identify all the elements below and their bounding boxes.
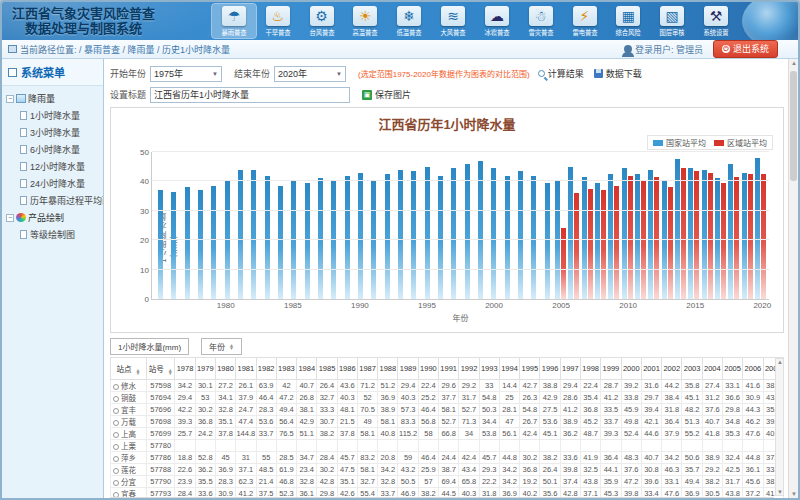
bar-national xyxy=(505,176,510,299)
scroll-down-icon[interactable]: ▼ xyxy=(777,489,783,495)
nav-item-11[interactable]: ▧图层审核 xyxy=(650,4,694,38)
table-horizontal-scrollbar[interactable] xyxy=(110,497,774,498)
tree-item[interactable]: 6小时降水量 xyxy=(4,141,101,158)
table-row[interactable]: 铜鼓5769429.45334.137.946.447.226.832.740.… xyxy=(111,392,784,404)
radio-button[interactable] xyxy=(113,444,119,450)
station-id-col-header[interactable]: 站号▲▼ xyxy=(147,358,175,380)
radio-button[interactable] xyxy=(113,456,119,462)
tree-item[interactable]: 1小时降水量 xyxy=(4,107,101,124)
sidebar: 系统菜单 −降雨量1小时降水量3小时降水量6小时降水量12小时降水量24小时降水… xyxy=(2,59,104,498)
save-image-button[interactable]: ▣ 保存图片 xyxy=(362,88,411,101)
nav-item-10[interactable]: ▦综合风险 xyxy=(606,4,650,38)
year-col-header[interactable]: 1978 xyxy=(175,358,195,380)
nav-item-7[interactable]: ☁冰雹普查 xyxy=(475,4,519,38)
nav-item-9[interactable]: ⚡雷电普查 xyxy=(563,4,607,38)
tree-item[interactable]: 历年暴雨过程平均雨量 xyxy=(4,192,101,209)
year-col-header[interactable]: 1984 xyxy=(297,358,317,380)
table-row[interactable]: 莲花5778822.636.236.937.148.561.923.430.24… xyxy=(111,464,784,476)
year-col-header[interactable]: 1985 xyxy=(317,358,337,380)
chart-title: 江西省历年1小时降水量 xyxy=(111,114,783,133)
year-col-header[interactable]: 1993 xyxy=(479,358,499,380)
table-vertical-scrollbar[interactable]: ▲ ▼ xyxy=(775,358,784,496)
calculate-button[interactable]: 计算结果 xyxy=(538,67,584,80)
nav-item-4[interactable]: ☀高温普查 xyxy=(343,4,387,38)
y-tick: 20 xyxy=(140,236,149,245)
year-col-header[interactable]: 1989 xyxy=(398,358,418,380)
sort-arrows-icon[interactable]: ▲▼ xyxy=(229,344,234,350)
radio-button[interactable] xyxy=(113,468,119,474)
radio-button[interactable] xyxy=(113,480,119,486)
year-col-header[interactable]: 1996 xyxy=(540,358,560,380)
chart-legend[interactable]: 国家站平均区域站平均 xyxy=(647,135,773,150)
scroll-up-icon[interactable]: ▲ xyxy=(777,359,783,365)
year-col-header[interactable]: 1990 xyxy=(418,358,438,380)
tree-item[interactable]: 3小时降水量 xyxy=(4,124,101,141)
year-col-header[interactable]: 1981 xyxy=(236,358,256,380)
nav-item-8[interactable]: ☃雪灾普查 xyxy=(519,4,563,38)
radio-button[interactable] xyxy=(113,396,119,402)
year-col-header[interactable]: 1991 xyxy=(439,358,459,380)
app-header: 江西省气象灾害风险普查 数据处理与制图系统 ☂暴雨普查♨干旱普查⚙台风普查☀高温… xyxy=(2,2,798,40)
year-col-header[interactable]: 1997 xyxy=(560,358,580,380)
tree-group-2[interactable]: −产品绘制 xyxy=(4,209,101,226)
year-sort-control[interactable]: 年份 ▲▼ xyxy=(201,338,242,355)
year-col-header[interactable]: 2002 xyxy=(662,358,682,380)
year-col-header[interactable]: 2005 xyxy=(722,358,742,380)
year-col-header[interactable]: 1994 xyxy=(499,358,519,380)
start-year-select[interactable]: 1975年▼ xyxy=(150,66,222,82)
bar-national xyxy=(305,183,310,299)
year-col-header[interactable]: 1988 xyxy=(378,358,398,380)
year-col-header[interactable]: 1979 xyxy=(195,358,215,380)
table-row[interactable]: 修水5759834.230.127.226.163.94240.726.443.… xyxy=(111,380,784,392)
table-row[interactable]: 上高5769925.724.237.8144.833.776.551.138.2… xyxy=(111,428,784,440)
year-col-header[interactable]: 1983 xyxy=(276,358,296,380)
year-col-header[interactable]: 2004 xyxy=(702,358,722,380)
logout-button[interactable]: ⏻ 退出系统 xyxy=(713,40,778,58)
year-col-header[interactable]: 1995 xyxy=(520,358,540,380)
radio-button[interactable] xyxy=(113,384,119,390)
year-col-header[interactable]: 1992 xyxy=(459,358,479,380)
scrollbar-thumb[interactable] xyxy=(790,71,797,181)
radio-button[interactable] xyxy=(113,408,119,414)
nav-item-5[interactable]: ❄低温普查 xyxy=(387,4,431,38)
year-col-header[interactable]: 2000 xyxy=(621,358,641,380)
tree-item[interactable]: 等级绘制图 xyxy=(4,226,101,243)
tree-group-1[interactable]: −降雨量 xyxy=(4,90,101,107)
chart-title-input[interactable]: 江西省历年1小时降水量 xyxy=(150,87,350,103)
expander-icon[interactable]: − xyxy=(6,95,14,103)
year-col-header[interactable]: 1980 xyxy=(215,358,235,380)
tree-item[interactable]: 12小时降水量 xyxy=(4,158,101,175)
radio-button[interactable] xyxy=(113,432,119,438)
station-col-header[interactable]: 站点▲▼ xyxy=(111,358,147,380)
content-scrollbar[interactable]: ▲ ▼ xyxy=(788,59,798,498)
year-col-header[interactable]: 1986 xyxy=(337,358,357,380)
year-col-header[interactable]: 2001 xyxy=(641,358,661,380)
end-year-select[interactable]: 2020年▼ xyxy=(274,66,346,82)
nav-item-12[interactable]: ⚒系统设置 xyxy=(694,4,738,38)
year-col-header[interactable]: 1998 xyxy=(581,358,601,380)
radio-button[interactable] xyxy=(113,420,119,426)
year-col-header[interactable]: 2003 xyxy=(682,358,702,380)
folder-icon xyxy=(16,94,26,103)
nav-item-3[interactable]: ⚙台风普查 xyxy=(300,4,344,38)
expander-icon[interactable]: − xyxy=(6,214,14,222)
bar-national xyxy=(265,176,270,299)
year-col-header[interactable]: 2006 xyxy=(743,358,763,380)
tree-item[interactable]: 24小时降水量 xyxy=(4,175,101,192)
table-row[interactable]: 上栗57780 xyxy=(111,440,784,452)
year-col-header[interactable]: 1982 xyxy=(256,358,276,380)
download-button[interactable]: 数据下载 xyxy=(594,67,642,80)
image-export-icon: ▣ xyxy=(362,90,372,100)
y-tick: 30 xyxy=(140,206,149,215)
nav-item-1[interactable]: ☂暴雨普查 xyxy=(212,4,256,38)
scroll-down-icon[interactable]: ▼ xyxy=(789,491,798,497)
scroll-up-icon[interactable]: ▲ xyxy=(789,60,798,66)
year-col-header[interactable]: 1987 xyxy=(357,358,377,380)
nav-item-6[interactable]: ≋大风普查 xyxy=(431,4,475,38)
table-row[interactable]: 宜丰5769642.230.232.824.728.349.438.133.34… xyxy=(111,404,784,416)
table-row[interactable]: 萍乡5778618.852.845315528.534.728.445.783.… xyxy=(111,452,784,464)
nav-item-2[interactable]: ♨干旱普查 xyxy=(256,4,300,38)
table-row[interactable]: 万载5769839.336.835.147.453.656.442.930.72… xyxy=(111,416,784,428)
year-col-header[interactable]: 1999 xyxy=(601,358,621,380)
table-row[interactable]: 分宜5779023.935.528.362.321.446.832.842.83… xyxy=(111,476,784,488)
